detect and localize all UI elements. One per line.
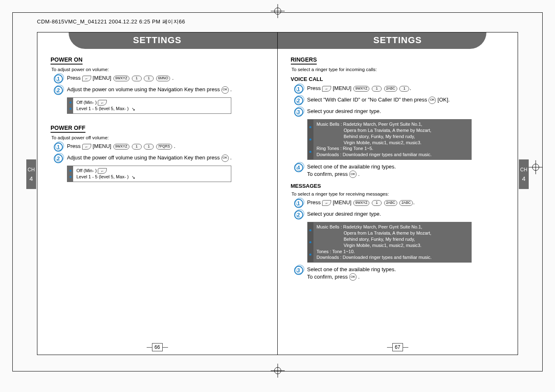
- key-1-icon: 1: [372, 86, 382, 92]
- key-1-icon: 1: [144, 76, 154, 81]
- info-box-dark: Music Bells : Radetzky March, Peer Gynt …: [307, 222, 472, 263]
- bullet-icon: [69, 176, 71, 178]
- step-row: 1 Press ⌐ [MENU] 9WXYZ 1 1 6MNO .: [54, 74, 266, 83]
- step-number-icon: 3: [294, 108, 303, 117]
- tab-header: SETTINGS: [278, 32, 518, 50]
- sub-heading-messages: MESSAGES: [291, 183, 507, 189]
- tab-header: SETTINGS: [37, 32, 277, 50]
- step-row: 3 Select one of the available ring types…: [294, 266, 507, 281]
- info-box-dark: Music Bells : Radetzky March, Peer Gynt …: [307, 119, 472, 160]
- key-2-icon: 2ABC: [384, 200, 397, 206]
- ok-key-icon: OK: [349, 171, 357, 178]
- softkey-icon: ⌐: [322, 200, 331, 206]
- chapter-label: CH: [520, 167, 527, 173]
- ok-key-icon: OK: [349, 273, 357, 281]
- ok-key-icon: OK: [221, 154, 229, 162]
- key-2-icon: 2ABC: [399, 200, 412, 206]
- bullet-icon: [309, 241, 311, 243]
- chapter-label: CH: [28, 167, 35, 173]
- bullet-icon: [309, 126, 311, 128]
- page-number: 66: [152, 343, 163, 351]
- step-number-icon: 1: [294, 199, 303, 208]
- page-spread: SETTINGS POWER ON To adjust power on vol…: [37, 32, 518, 355]
- step-number-icon: 2: [54, 86, 63, 95]
- step-number-icon: 1: [54, 74, 63, 83]
- softkey-icon: ⌐: [322, 86, 331, 92]
- key-1-icon: 1: [399, 86, 409, 92]
- page-number: 67: [392, 343, 403, 351]
- step-text: Adjust the power on volume using the Nav…: [67, 86, 266, 94]
- info-box: Off (Min- ) ⌐ Level 1 - 5 (level 5, Max-…: [67, 97, 231, 114]
- key-1-icon: 1: [144, 144, 154, 150]
- step-text: Select "With Caller ID" or "No Caller ID…: [307, 96, 507, 104]
- ok-key-icon: OK: [428, 97, 436, 104]
- section-heading-power-off: POWER OFF: [51, 125, 85, 133]
- step-row: 4 Select one of the available ring types…: [294, 163, 507, 178]
- step-row: 1 Press ⌐ [MENU] 9WXYZ 1 2ABC 1.: [294, 85, 507, 94]
- step-row: 2 Adjust the power on volume using the N…: [54, 86, 266, 95]
- bullet-icon: [309, 151, 311, 153]
- key-1-icon: 1: [372, 200, 382, 206]
- step-number-icon: 1: [54, 143, 63, 152]
- bullet-icon: [69, 108, 71, 110]
- step-row: 2 Adjust the power off volume using the …: [54, 154, 266, 163]
- key-9-icon: 9WXYZ: [113, 76, 129, 81]
- lead-text: To select a ringer type for receiving me…: [292, 191, 507, 196]
- step-number-icon: 4: [294, 163, 303, 172]
- chapter-tab-right: CH 4: [519, 159, 529, 189]
- key-1-icon: 1: [132, 144, 142, 150]
- section-heading-ringers: RINGERS: [291, 56, 317, 65]
- bullet-icon: [69, 170, 71, 172]
- page-title: SETTINGS: [37, 35, 277, 46]
- step-text: Press ⌐ [MENU] 9WXYZ 1 2ABC 2ABC.: [307, 199, 507, 206]
- info-box: Off (Min- ) ⌐ Level 1 - 5 (level 5, Max-…: [67, 166, 231, 182]
- key-9-icon: 9WXYZ: [353, 86, 369, 92]
- step-text: Press ⌐ [MENU] 9WXYZ 1 2ABC 1.: [307, 85, 507, 92]
- key-6-icon: 6MNO: [156, 76, 170, 81]
- key-9-icon: 9WXYZ: [113, 144, 129, 150]
- step-row: 3 Select your desired ringer type.: [294, 108, 507, 117]
- registration-mark-icon: [271, 4, 285, 18]
- left-page: SETTINGS POWER ON To adjust power on vol…: [37, 32, 278, 355]
- section-heading-power-on: POWER ON: [51, 56, 83, 65]
- lead-text: To adjust power on volume:: [51, 67, 266, 72]
- key-1-icon: 1: [132, 76, 142, 81]
- key-2-icon: 2ABC: [384, 86, 397, 92]
- step-row: 2 Select "With Caller ID" or "No Caller …: [294, 96, 507, 105]
- bullet-icon: [309, 138, 311, 141]
- softkey-icon: ⌐: [82, 144, 91, 150]
- bullet-icon: [309, 254, 311, 256]
- nav-right-icon: ↘: [130, 106, 136, 112]
- print-header: CDM-8615VMC_M_041221 2004.12.22 6:25 PM …: [37, 18, 185, 25]
- softkey-icon: ⌐: [98, 100, 107, 106]
- step-number-icon: 2: [54, 154, 63, 163]
- registration-mark-icon: [529, 160, 543, 174]
- ok-key-icon: OK: [221, 86, 229, 94]
- step-row: 2 Select your desired ringer type.: [294, 210, 507, 219]
- step-text: Select one of the available ring types. …: [307, 266, 507, 281]
- key-7-icon: 7PQRS: [156, 144, 172, 150]
- page-title: SETTINGS: [278, 35, 518, 46]
- step-number-icon: 1: [294, 85, 303, 94]
- step-row: 1 Press ⌐ [MENU] 9WXYZ 1 1 7PQRS .: [54, 143, 266, 152]
- right-page: SETTINGS RINGERS To select a ringer type…: [278, 32, 518, 355]
- chapter-tab-left: CH 4: [26, 159, 36, 189]
- step-text: Press ⌐ [MENU] 9WXYZ 1 1 6MNO .: [67, 74, 266, 82]
- step-row: 1 Press ⌐ [MENU] 9WXYZ 1 2ABC 2ABC.: [294, 199, 507, 208]
- step-text: Select one of the available ring types. …: [307, 163, 507, 178]
- step-text: Adjust the power off volume using the Na…: [67, 154, 266, 162]
- step-number-icon: 2: [294, 96, 303, 105]
- chapter-number: 4: [30, 175, 33, 182]
- softkey-icon: ⌐: [82, 76, 91, 81]
- lead-text: To adjust power off volume:: [51, 135, 266, 140]
- step-number-icon: 2: [294, 210, 303, 219]
- sub-heading-voice-call: VOICE CALL: [291, 76, 507, 82]
- bullet-icon: [309, 229, 311, 231]
- registration-mark-icon: [271, 364, 285, 378]
- step-text: Select your desired ringer type.: [307, 210, 507, 218]
- chapter-number: 4: [522, 175, 525, 182]
- softkey-icon: ⌐: [98, 168, 107, 174]
- step-text: Press ⌐ [MENU] 9WXYZ 1 1 7PQRS .: [67, 143, 266, 150]
- key-9-icon: 9WXYZ: [353, 200, 369, 206]
- step-text: Select your desired ringer type.: [307, 108, 507, 115]
